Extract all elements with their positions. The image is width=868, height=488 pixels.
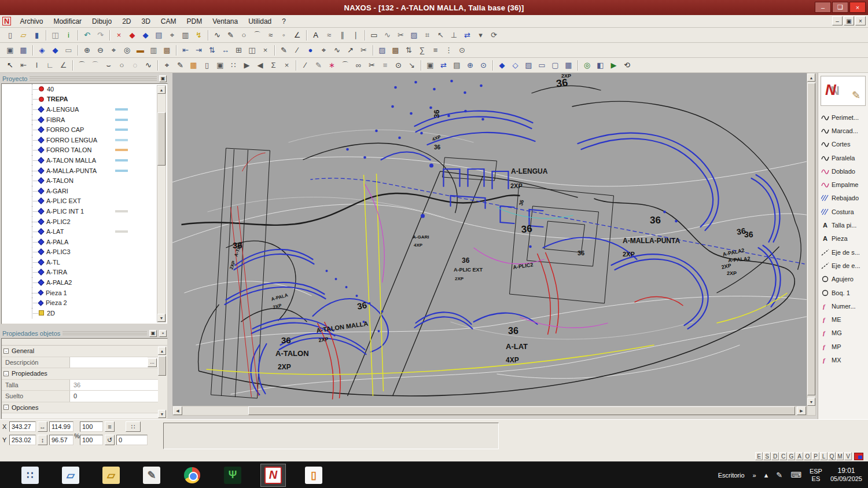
screen-icon[interactable]: ▢ (549, 59, 562, 72)
keyboard-icon[interactable]: ⌨ (790, 471, 801, 479)
freehand-icon[interactable]: ✎ (224, 29, 237, 42)
rectangle-icon[interactable]: ▭ (367, 29, 381, 42)
mode-indicator-q[interactable]: Q (828, 452, 836, 460)
tree-item-a-lengua[interactable]: A-LENGUA (2, 104, 167, 115)
notch-icon[interactable]: ⊥ (447, 29, 461, 42)
color-grid-icon[interactable]: ▦ (187, 59, 200, 72)
scroll-down-icon[interactable]: ▼ (157, 314, 165, 322)
snap-icon[interactable]: ∟ (43, 59, 57, 72)
tool-doblado[interactable]: Doblado (818, 164, 868, 178)
arrow-ne-icon[interactable]: ↗ (344, 44, 357, 57)
collapse-icon[interactable]: - (3, 405, 9, 410)
arc-flat-icon[interactable]: ⌒ (89, 59, 102, 72)
tree-item-forro-lengua[interactable]: FORRO LENGUA (2, 135, 167, 145)
open-icon[interactable]: ▱ (17, 29, 30, 42)
comb-icon[interactable]: ≡ (378, 59, 392, 72)
tool-agujero[interactable]: Agujero (818, 273, 868, 286)
taskbar-app-file-explorer[interactable]: ▱ (58, 464, 83, 487)
scroll-up-icon[interactable]: ▲ (807, 74, 815, 82)
lightning-icon[interactable]: ↯ (192, 29, 205, 42)
zoom-in-icon[interactable]: ⊕ (80, 44, 94, 57)
zoom-detail-icon[interactable]: ⌖ (160, 59, 174, 72)
property-value[interactable] (70, 357, 148, 368)
ellipse-icon[interactable]: ○ (115, 59, 128, 72)
stats-icon[interactable]: Σ (267, 59, 280, 72)
tool-perimet-[interactable]: Perimet... (818, 111, 868, 124)
pen-tablet-icon[interactable]: ✎ (776, 471, 782, 479)
scroll-up-icon[interactable]: ▲ (157, 86, 165, 94)
eraser-icon[interactable]: ▭ (62, 44, 75, 57)
panel-close-icon[interactable]: × (159, 330, 167, 337)
tree-item-a-plic2[interactable]: A-PLIC2 (2, 217, 167, 227)
x-coordinate-field[interactable]: 343.27 (9, 421, 36, 432)
magic-icon[interactable]: ∗ (325, 59, 339, 72)
segment-icon[interactable]: ∕ (299, 59, 312, 72)
print-icon[interactable]: ▥ (179, 29, 192, 42)
tool-mx[interactable]: fMX (818, 353, 868, 366)
zoom2-icon[interactable]: ⊕ (464, 59, 477, 72)
draw-icon[interactable]: ✎ (174, 59, 187, 72)
align-left-icon[interactable]: ⇤ (179, 44, 192, 57)
mode-indicator-v[interactable]: V (844, 452, 852, 460)
canvas-horizontal-scrollbar[interactable]: ◀ ▶ (172, 406, 807, 416)
wave2-icon[interactable]: ∿ (330, 44, 344, 57)
browse-button[interactable]: ... (148, 358, 157, 367)
circle-icon[interactable]: ○ (237, 29, 251, 42)
piece-blue-icon[interactable]: ◆ (495, 59, 509, 72)
height-field[interactable]: 96.57 (49, 435, 73, 445)
tool-empalme[interactable]: Empalme (818, 178, 868, 191)
zoom-window-icon[interactable]: ⌖ (107, 44, 120, 57)
taskbar-app-calculator[interactable]: ∷ (17, 464, 43, 487)
tree-item-a-pala2[interactable]: A-PALA2 (2, 277, 167, 288)
copy-icon[interactable]: ▣ (424, 59, 437, 72)
axis-icon[interactable]: ∣ (349, 29, 362, 42)
hidden-icons-chevron-icon[interactable]: ▴ (764, 471, 768, 479)
menu-item-archivo[interactable]: Archivo (14, 16, 48, 27)
tree-item-a-plic3[interactable]: A-PLIC3 (2, 247, 167, 258)
angle2-icon[interactable]: ∠ (57, 59, 70, 72)
users-icon[interactable]: ◫ (49, 29, 62, 42)
tree-item-a-talon[interactable]: A-TALON (2, 175, 167, 186)
spline-icon[interactable]: ∿ (211, 29, 224, 42)
update-icon[interactable]: ⟲ (620, 59, 634, 72)
scroll-up-icon[interactable]: ▲ (158, 347, 166, 355)
paste-icon[interactable]: ▤ (450, 59, 464, 72)
tree-item-a-lat[interactable]: A-LAT (2, 226, 167, 237)
line-icon[interactable]: ∕ (290, 44, 304, 57)
play-icon[interactable]: ▶ (240, 59, 253, 72)
refresh-icon[interactable]: ⟳ (487, 29, 501, 42)
tool-rebajado[interactable]: Rebajado (818, 192, 868, 205)
arc2-icon[interactable]: ⌒ (339, 59, 352, 72)
ruler-icon[interactable]: ▬ (134, 44, 147, 57)
swap-icon[interactable]: ⇄ (437, 59, 450, 72)
property-section-propiedades[interactable]: -Propiedades (2, 368, 158, 380)
property-section-opciones[interactable]: -Opciones (2, 402, 158, 414)
send-icon[interactable]: ▶ (607, 59, 620, 72)
edit-icon[interactable]: ✎ (312, 59, 325, 72)
menu-item--[interactable]: ? (277, 16, 291, 27)
piece-outline-icon[interactable]: ◇ (509, 59, 522, 72)
menu-item-dibujo[interactable]: Dibujo (87, 16, 117, 27)
mode-indicator-g[interactable]: G (788, 452, 795, 460)
new-icon[interactable]: ▯ (3, 29, 17, 42)
scale-list-icon[interactable]: ≡ (105, 421, 115, 432)
smooth-icon[interactable]: ∿ (381, 29, 394, 42)
parallel-icon[interactable]: ∥ (336, 29, 349, 42)
zoom-fit-icon[interactable]: ◎ (120, 44, 134, 57)
chevron-icon[interactable]: » (753, 472, 756, 479)
tree-item-pieza-1[interactable]: Pieza 1 (2, 288, 167, 298)
scale-x-field[interactable]: 100 (80, 421, 103, 432)
close-button[interactable]: × (849, 2, 866, 13)
scroll-thumb[interactable] (158, 356, 166, 376)
scroll-down-icon[interactable]: ▼ (158, 410, 166, 418)
columns-icon[interactable]: ◫ (245, 44, 259, 57)
audio-icon[interactable]: ◧ (594, 59, 607, 72)
mdi-restore-button[interactable]: ▣ (844, 16, 854, 25)
property-section-general[interactable]: -General (2, 346, 158, 357)
insert-piece-icon[interactable]: ◆ (139, 29, 152, 42)
close-shape-icon[interactable]: × (280, 59, 293, 72)
tree-item-a-pala[interactable]: A-PALA (2, 237, 167, 247)
collapse-icon[interactable]: - (3, 348, 9, 354)
tool-marcad-[interactable]: Marcad... (818, 124, 868, 137)
panel-restore-icon[interactable]: ▣ (159, 75, 167, 82)
